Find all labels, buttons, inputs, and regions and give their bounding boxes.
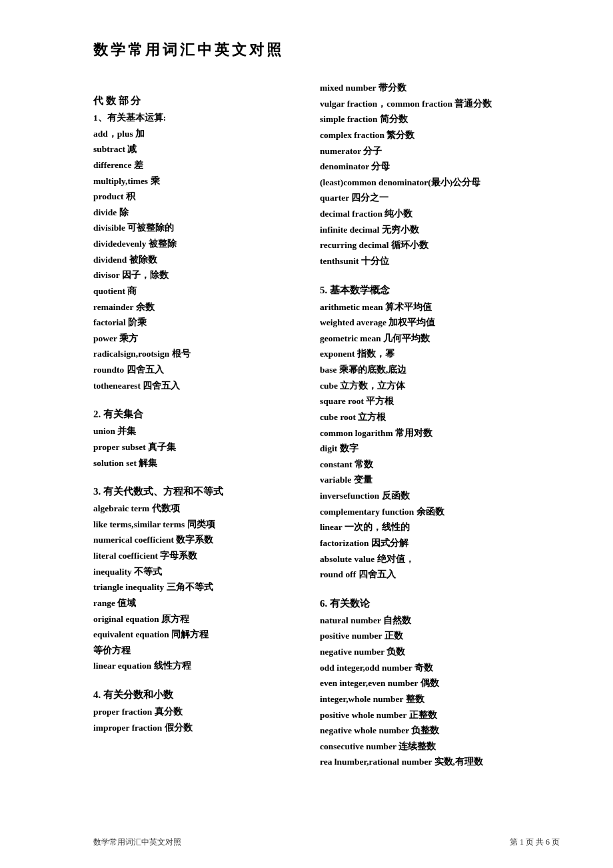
list-item: natural number 自然数: [320, 613, 560, 629]
list-item: tenthsunit 十分位: [320, 253, 560, 269]
list-item: original equation 原方程: [93, 611, 306, 627]
list-item: improper fraction 假分数: [93, 720, 306, 736]
list-item: vulgar fraction，common fraction 普通分数: [320, 96, 560, 112]
list-item: inequality 不等式: [93, 564, 306, 580]
list-item: arithmetic mean 算术平均值: [320, 299, 560, 315]
section4-title: 4. 有关分数和小数: [93, 689, 306, 701]
list-item: complex fraction 繁分数: [320, 127, 560, 143]
list-item: variable 变量: [320, 472, 560, 488]
list-item: factorization 因式分解: [320, 535, 560, 551]
list-item: weighted average 加权平均值: [320, 315, 560, 331]
list-item: digit 数字: [320, 441, 560, 457]
list-item: mixed number 带分数: [320, 80, 560, 96]
section1-items: add，plus 加subtract 减difference 差multiply…: [93, 126, 306, 394]
list-item: negative number 负数: [320, 644, 560, 660]
list-item: inversefunction 反函数: [320, 488, 560, 504]
list-item: common logarithm 常用对数: [320, 425, 560, 441]
list-item: solution set 解集: [93, 455, 306, 471]
list-item: base 乘幂的底数,底边: [320, 362, 560, 378]
section5-title: 5. 基本数学概念: [320, 284, 560, 297]
list-item: round off 四舍五入: [320, 567, 560, 583]
section1-title: 代 数 部 分: [93, 95, 306, 107]
list-item: linear 一次的，线性的: [320, 519, 560, 535]
list-item: divisible 可被整除的: [93, 220, 306, 236]
list-item: range 值域: [93, 595, 306, 611]
list-item: divide 除: [93, 205, 306, 221]
list-item: dividend 被除数: [93, 252, 306, 268]
list-item: roundto 四舍五入: [93, 362, 306, 378]
list-item: cube 立方数，立方体: [320, 378, 560, 394]
footer-left: 数学常用词汇中英文对照: [93, 837, 181, 848]
list-item: proper subset 真子集: [93, 439, 306, 455]
list-item: 等价方程: [93, 643, 306, 659]
list-item: like terms,similar terms 同类项: [93, 517, 306, 533]
list-item: linear equation 线性方程: [93, 658, 306, 674]
list-item: literal coefficient 字母系数: [93, 548, 306, 564]
footer: 数学常用词汇中英文对照 第 1 页 共 6 页: [0, 837, 613, 848]
section2-items: union 并集proper subset 真子集solution set 解集: [93, 423, 306, 471]
list-item: factorial 阶乘: [93, 315, 306, 331]
list-item: equivalent equation 同解方程: [93, 627, 306, 643]
list-item: (least)common denominator(最小)公分母: [320, 175, 560, 191]
page-title: 数学常用词汇中英文对照: [93, 40, 560, 60]
section6-items: natural number 自然数positive number 正数nega…: [320, 613, 560, 770]
right-column: mixed number 带分数vulgar fraction，common f…: [320, 80, 560, 770]
left-column: 代 数 部 分 1、有关基本运算: add，plus 加subtract 减di…: [93, 80, 320, 770]
list-item: complementary function 余函数: [320, 504, 560, 520]
list-item: positive whole number 正整数: [320, 707, 560, 723]
list-item: proper fraction 真分数: [93, 704, 306, 720]
section3-items: algebraic term 代数项like terms,similar ter…: [93, 501, 306, 674]
section3-title: 3. 有关代数式、方程和不等式: [93, 485, 306, 498]
list-item: radicalsign,rootsign 根号: [93, 346, 306, 362]
section6-title: 6. 有关数论: [320, 597, 560, 610]
list-item: power 乘方: [93, 331, 306, 347]
list-item: odd integer,odd number 奇数: [320, 660, 560, 676]
list-item: difference 差: [93, 157, 306, 173]
list-item: dividedevenly 被整除: [93, 236, 306, 252]
list-item: add，plus 加: [93, 126, 306, 142]
section4-cont-items: mixed number 带分数vulgar fraction，common f…: [320, 80, 560, 269]
list-item: infinite decimal 无穷小数: [320, 222, 560, 238]
footer-right: 第 1 页 共 6 页: [510, 837, 560, 848]
list-item: absolute value 绝对值，: [320, 551, 560, 567]
list-item: integer,whole number 整数: [320, 691, 560, 707]
list-item: numerical coefficient 数字系数: [93, 532, 306, 548]
list-item: simple fraction 简分数: [320, 111, 560, 127]
list-item: decimal fraction 纯小数: [320, 206, 560, 222]
list-item: denominator 分母: [320, 159, 560, 175]
list-item: numerator 分子: [320, 143, 560, 159]
list-item: rea lnumber,rational number 实数,有理数: [320, 754, 560, 770]
section2-title: 2. 有关集合: [93, 408, 306, 421]
list-item: exponent 指数，幂: [320, 346, 560, 362]
list-item: remainder 余数: [93, 299, 306, 315]
list-item: quotient 商: [93, 283, 306, 299]
list-item: product 积: [93, 189, 306, 205]
section4-items: proper fraction 真分数improper fraction 假分数: [93, 704, 306, 735]
section1-sub: 1、有关基本运算:: [93, 110, 306, 126]
list-item: cube root 立方根: [320, 409, 560, 425]
list-item: negative whole number 负整数: [320, 723, 560, 739]
list-item: square root 平方根: [320, 393, 560, 409]
list-item: even integer,even number 偶数: [320, 675, 560, 691]
list-item: divisor 因子，除数: [93, 267, 306, 283]
list-item: union 并集: [93, 423, 306, 439]
list-item: recurring decimal 循环小数: [320, 237, 560, 253]
list-item: consecutive number 连续整数: [320, 739, 560, 755]
list-item: triangle inequality 三角不等式: [93, 579, 306, 595]
list-item: geometric mean 几何平均数: [320, 331, 560, 347]
list-item: subtract 减: [93, 141, 306, 157]
section5-items: arithmetic mean 算术平均值weighted average 加权…: [320, 299, 560, 583]
list-item: algebraic term 代数项: [93, 501, 306, 517]
list-item: constant 常数: [320, 457, 560, 473]
list-item: quarter 四分之一: [320, 190, 560, 206]
list-item: positive number 正数: [320, 628, 560, 644]
list-item: tothenearest 四舍五入: [93, 378, 306, 394]
list-item: multiply,times 乘: [93, 173, 306, 189]
